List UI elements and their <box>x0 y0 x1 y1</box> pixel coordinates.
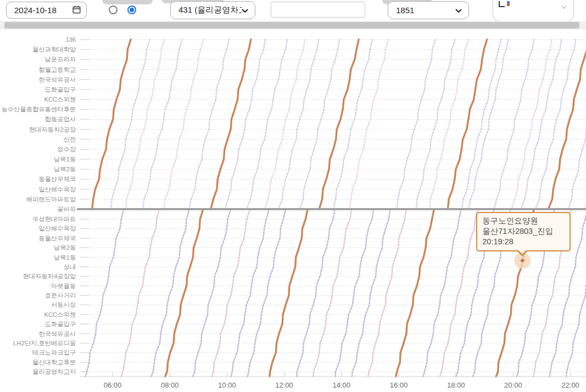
trip-line-highlighted[interactable] <box>448 40 487 209</box>
trip-line[interactable] <box>494 40 534 209</box>
trip-line[interactable] <box>300 40 340 209</box>
y-axis-label: 동울산우체국 <box>0 233 76 243</box>
trip-line[interactable] <box>352 209 390 377</box>
trip-line[interactable] <box>440 209 478 377</box>
y-axis-label: 울산과학대학앞 <box>0 44 76 54</box>
y-axis-label: 서동시장 <box>0 300 76 310</box>
y-axis-label: 해피랜드아파트앞 <box>0 194 76 204</box>
y-axis-label: 효문사거리 <box>0 290 76 300</box>
y-axis-label: 테크노파크입구 <box>0 348 76 357</box>
transit-schedule-app: 2024-10-18 431 (율리공영차고지 1851 <box>0 0 586 392</box>
y-axis-label: LH2단지,호반베르디움 <box>0 338 76 348</box>
tooltip-time: 20:19:28 <box>482 237 565 247</box>
trip-line[interactable] <box>429 40 468 209</box>
tooltip-vehicle: 울산71자2803_진입 <box>482 226 565 237</box>
y-axis-label: 남목2동 <box>0 243 76 253</box>
marey-chart <box>0 0 586 392</box>
y-axis-label: 도화골입구 <box>0 319 76 329</box>
y-axis-label: 농수산물종합유통센터후문 <box>0 104 76 114</box>
y-axis-label: 136 <box>0 35 76 44</box>
x-axis-tick-label: 12:00 <box>275 381 293 389</box>
y-axis-label: 한국석유공사 <box>0 75 76 85</box>
x-axis-tick-label: 18:00 <box>447 381 465 389</box>
y-axis-label: 일산해수욕장 <box>0 184 76 194</box>
x-axis-tick-label: 20:00 <box>504 381 522 389</box>
tooltip: 동구노인요양원 울산71자2803_진입 20:19:28 <box>476 212 571 251</box>
trip-line-highlighted[interactable] <box>270 209 308 377</box>
trip-line[interactable] <box>314 209 351 377</box>
y-axis-label: 합동공업사 <box>0 114 76 124</box>
trip-line[interactable] <box>143 40 182 209</box>
y-axis-label: 율리공영차고지 <box>0 367 76 377</box>
y-axis-label: 정수장 <box>0 144 76 154</box>
trip-line[interactable] <box>110 40 150 209</box>
trip-line-highlighted[interactable] <box>91 40 131 209</box>
y-axis-label: 함월고등학교 <box>0 65 76 75</box>
trip-line[interactable] <box>212 209 250 377</box>
x-axis-tick-label: 08:00 <box>161 381 179 389</box>
y-axis-label: 한국석유공사 <box>0 329 76 339</box>
tooltip-station: 동구노인요양원 <box>482 216 565 226</box>
trip-line-highlighted[interactable] <box>548 40 586 209</box>
y-axis-label: 도화골입구 <box>0 85 76 94</box>
y-axis-label: 남목1동 <box>0 253 76 262</box>
y-axis-label: 우성현대아파트 <box>0 214 76 224</box>
trip-line[interactable] <box>336 209 374 377</box>
trip-line[interactable] <box>86 209 124 377</box>
trip-line[interactable] <box>231 209 269 377</box>
x-axis-tick-label: 06:00 <box>104 381 122 389</box>
x-axis-tick-label: 22:00 <box>561 381 579 389</box>
trip-line[interactable] <box>349 40 388 209</box>
y-axis-label: 신전 <box>0 135 76 144</box>
trip-line[interactable] <box>396 40 436 209</box>
x-axis-tick-label: 10:00 <box>218 381 236 389</box>
y-axis-label: 성내 <box>0 262 76 272</box>
y-axis-label: 아랫율동 <box>0 281 76 291</box>
y-axis-label: KCC스위첸 <box>0 94 76 104</box>
trip-line[interactable] <box>511 40 552 209</box>
y-axis-label: 일산해수욕장 <box>0 223 76 233</box>
trip-line[interactable] <box>248 209 286 377</box>
trip-line[interactable] <box>121 209 160 377</box>
x-axis-tick-label: 16:00 <box>390 381 408 389</box>
y-axis-label: KCC스위첸 <box>0 310 76 320</box>
trip-line[interactable] <box>468 40 509 209</box>
trip-line[interactable] <box>247 40 287 209</box>
y-axis-label: 남목1동 <box>0 154 76 164</box>
y-axis-label: 꽃바위 <box>0 204 76 214</box>
y-axis-label: 남목2동 <box>0 164 76 174</box>
trip-line[interactable] <box>164 40 203 209</box>
y-axis-label: 울산대학교후문 <box>0 357 76 367</box>
y-axis-label: 동울산우체국 <box>0 174 76 184</box>
trip-line[interactable] <box>568 40 586 209</box>
y-axis-label: 현대자동차2공장 <box>0 125 76 135</box>
x-axis-tick-label: 14:00 <box>333 381 351 389</box>
trip-line[interactable] <box>189 40 229 209</box>
y-axis-label: 남운프라자 <box>0 54 76 64</box>
y-axis-label: 현대자동차4공장앞 <box>0 271 76 281</box>
